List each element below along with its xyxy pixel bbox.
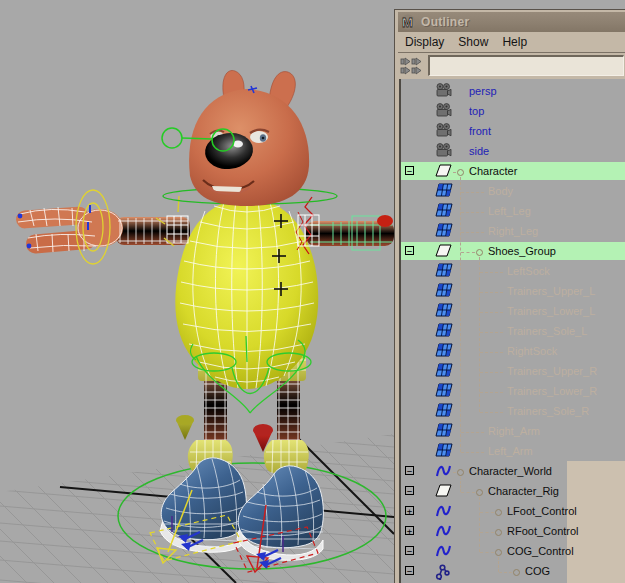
dag-handle bbox=[495, 509, 502, 516]
outliner-menu-bar: DisplayShowHelp bbox=[398, 32, 625, 52]
tree-connector bbox=[480, 392, 503, 393]
dag-handle bbox=[457, 169, 464, 176]
outliner-row-cog[interactable]: −COG bbox=[401, 561, 625, 581]
tree-connector bbox=[461, 252, 475, 253]
tree-connector-vertical bbox=[479, 497, 480, 552]
collapse-toggle[interactable]: − bbox=[405, 486, 414, 495]
outliner-row-character_rig[interactable]: −Character_Rig bbox=[401, 481, 625, 501]
outliner-row-rfoot_control[interactable]: +RFoot_Control bbox=[401, 521, 625, 541]
outliner-row-trainers_sole_r[interactable]: Trainers_Sole_R bbox=[401, 401, 625, 421]
tree-connector bbox=[461, 452, 484, 453]
outliner-title-bar[interactable]: M Outliner bbox=[398, 12, 625, 32]
curve-icon bbox=[435, 523, 453, 539]
tree-connector bbox=[480, 352, 503, 353]
transform-icon bbox=[435, 163, 453, 179]
tree-connector bbox=[461, 232, 484, 233]
menu-item-display[interactable]: Display bbox=[398, 35, 451, 49]
menu-item-show[interactable]: Show bbox=[451, 35, 495, 49]
outliner-row-character[interactable]: −Character bbox=[401, 161, 625, 181]
outliner-row-label: Trainers_Upper_R bbox=[507, 365, 597, 377]
collapse-toggle[interactable]: − bbox=[405, 246, 414, 255]
camera-icon bbox=[435, 83, 453, 99]
outliner-row-label: top bbox=[469, 105, 484, 117]
outliner-row-top[interactable]: top bbox=[401, 101, 625, 121]
outliner-row-trainers_lower_r[interactable]: Trainers_Lower_R bbox=[401, 381, 625, 401]
outliner-row-leftsock[interactable]: LeftSock bbox=[401, 261, 625, 281]
collapse-toggle[interactable]: − bbox=[405, 166, 414, 175]
tree-connector-vertical bbox=[498, 557, 499, 572]
tree-connector bbox=[453, 472, 456, 473]
outliner-row-label: Right_Arm bbox=[488, 425, 540, 437]
camera-icon bbox=[435, 123, 453, 139]
outliner-row-label: Right_Leg bbox=[488, 225, 538, 237]
tree-connector bbox=[480, 372, 503, 373]
outliner-filter-input[interactable] bbox=[428, 55, 624, 76]
mesh-icon bbox=[435, 223, 453, 239]
collapse-toggle[interactable]: − bbox=[405, 466, 414, 475]
outliner-row-label: persp bbox=[469, 85, 497, 97]
outliner-row-trainers_upper_l[interactable]: Trainers_Upper_L bbox=[401, 281, 625, 301]
outliner-row-label: Trainers_Sole_R bbox=[507, 405, 589, 417]
outliner-row-left_leg[interactable]: Left_Leg bbox=[401, 201, 625, 221]
mesh-icon bbox=[435, 303, 453, 319]
outliner-row-side[interactable]: side bbox=[401, 141, 625, 161]
fingertip-handle[interactable] bbox=[27, 244, 32, 249]
dag-handle bbox=[457, 469, 464, 476]
dag-handle bbox=[495, 529, 502, 536]
tree-connector bbox=[480, 532, 494, 533]
svg-text:M: M bbox=[402, 15, 413, 30]
mesh-icon bbox=[435, 323, 453, 339]
expand-toggle[interactable]: + bbox=[405, 526, 414, 535]
outliner-row-label: LFoot_Control bbox=[507, 505, 577, 517]
outliner-row-label: Trainers_Sole_L bbox=[507, 325, 587, 337]
curve-icon bbox=[435, 543, 453, 559]
outliner-row-label: front bbox=[469, 125, 491, 137]
outliner-row-label: RightSock bbox=[507, 345, 557, 357]
outliner-row-left_arm[interactable]: Left_Arm bbox=[401, 441, 625, 461]
mesh-icon bbox=[435, 183, 453, 199]
outliner-row-label: LeftSock bbox=[507, 265, 550, 277]
collapse-toggle[interactable]: − bbox=[405, 546, 414, 555]
outliner-row-cog_control[interactable]: −COG_Control bbox=[401, 541, 625, 561]
outliner-row-body[interactable]: Body bbox=[401, 181, 625, 201]
outliner-row-trainers_lower_l[interactable]: Trainers_Lower_L bbox=[401, 301, 625, 321]
dag-handle bbox=[476, 489, 483, 496]
outliner-row-right_arm[interactable]: Right_Arm bbox=[401, 421, 625, 441]
collapse-toggle[interactable]: − bbox=[405, 566, 414, 575]
outliner-row-character_world[interactable]: −Character_World bbox=[401, 461, 625, 481]
outliner-tree[interactable]: persptopfrontside−CharacterBodyLeft_LegR… bbox=[399, 79, 625, 583]
tree-connector-vertical bbox=[460, 477, 461, 492]
outliner-row-right_leg[interactable]: Right_Leg bbox=[401, 221, 625, 241]
right-thumb bbox=[377, 215, 393, 227]
expand-toggle[interactable]: + bbox=[405, 506, 414, 515]
tree-connector bbox=[453, 172, 456, 173]
fingertip-handle[interactable] bbox=[18, 214, 23, 219]
outliner-row-label: Character bbox=[469, 165, 517, 177]
dag-handle bbox=[495, 549, 502, 556]
camera-icon bbox=[435, 103, 453, 119]
outliner-row-shoes_group[interactable]: −Shoes_Group bbox=[401, 241, 625, 261]
tree-connector bbox=[480, 292, 503, 293]
outliner-row-label: COG bbox=[525, 565, 550, 577]
mesh-icon bbox=[435, 263, 453, 279]
outliner-row-trainers_upper_r[interactable]: Trainers_Upper_R bbox=[401, 361, 625, 381]
mesh-icon bbox=[435, 283, 453, 299]
maya-screen: M Outliner DisplayShowHelp persptopfront… bbox=[0, 0, 625, 583]
menu-item-help[interactable]: Help bbox=[495, 35, 534, 49]
mesh-icon bbox=[435, 403, 453, 419]
tree-connector-vertical bbox=[460, 177, 461, 452]
outliner-row-front[interactable]: front bbox=[401, 121, 625, 141]
outliner-row-label: Trainers_Upper_L bbox=[507, 285, 595, 297]
outliner-row-trainers_sole_l[interactable]: Trainers_Sole_L bbox=[401, 321, 625, 341]
outliner-row-persp[interactable]: persp bbox=[401, 81, 625, 101]
tree-connector bbox=[461, 432, 484, 433]
mesh-icon bbox=[435, 203, 453, 219]
mesh-icon bbox=[435, 363, 453, 379]
outliner-row-lfoot_control[interactable]: +LFoot_Control bbox=[401, 501, 625, 521]
tree-connector bbox=[480, 272, 503, 273]
load-selected-icon[interactable] bbox=[400, 56, 424, 76]
outliner-window: M Outliner DisplayShowHelp persptopfront… bbox=[394, 9, 625, 583]
maya-logo-icon: M bbox=[400, 14, 418, 30]
perspective-viewport[interactable] bbox=[0, 0, 394, 583]
outliner-row-rightsock[interactable]: RightSock bbox=[401, 341, 625, 361]
